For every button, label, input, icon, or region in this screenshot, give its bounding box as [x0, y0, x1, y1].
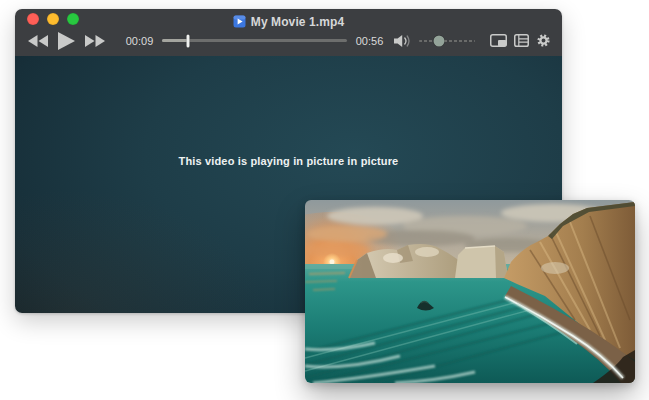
speaker-volume-icon [394, 34, 413, 48]
play-icon [58, 32, 75, 50]
movie-file-icon [233, 15, 246, 28]
elapsed-time: 00:09 [123, 35, 156, 47]
volume-slider[interactable] [419, 40, 475, 42]
rewind-button[interactable] [28, 35, 48, 47]
timeline-scrubber[interactable] [162, 39, 347, 42]
picture-in-picture-window[interactable] [305, 200, 635, 383]
minimize-button[interactable] [47, 13, 59, 25]
timeline-played-track [162, 39, 188, 42]
pip-button[interactable] [490, 34, 507, 47]
playback-controls: 00:09 00:56 [15, 29, 562, 56]
fast-forward-icon [85, 35, 105, 47]
close-button[interactable] [27, 13, 39, 25]
playhead-handle[interactable] [186, 34, 189, 47]
transport-controls [28, 32, 105, 50]
play-button[interactable] [58, 32, 75, 50]
remaining-time: 00:56 [353, 35, 386, 47]
mute-button[interactable] [394, 34, 413, 48]
desktop-background: My Movie 1.mp4 [0, 0, 649, 400]
titlebar[interactable]: My Movie 1.mp4 [15, 9, 562, 29]
gear-icon [536, 33, 551, 48]
fast-forward-button[interactable] [85, 35, 105, 47]
window-title-text: My Movie 1.mp4 [251, 15, 344, 29]
window-title: My Movie 1.mp4 [233, 15, 344, 29]
settings-button[interactable] [536, 33, 551, 48]
table-list-icon [514, 34, 529, 47]
chapters-button[interactable] [514, 34, 529, 47]
traffic-lights [27, 9, 79, 29]
volume-knob[interactable] [434, 35, 445, 46]
rewind-icon [28, 35, 48, 47]
pip-video-frame [305, 200, 635, 383]
zoom-button[interactable] [67, 13, 79, 25]
pip-status-message: This video is playing in picture in pict… [15, 155, 562, 167]
picture-in-picture-icon [490, 34, 507, 47]
